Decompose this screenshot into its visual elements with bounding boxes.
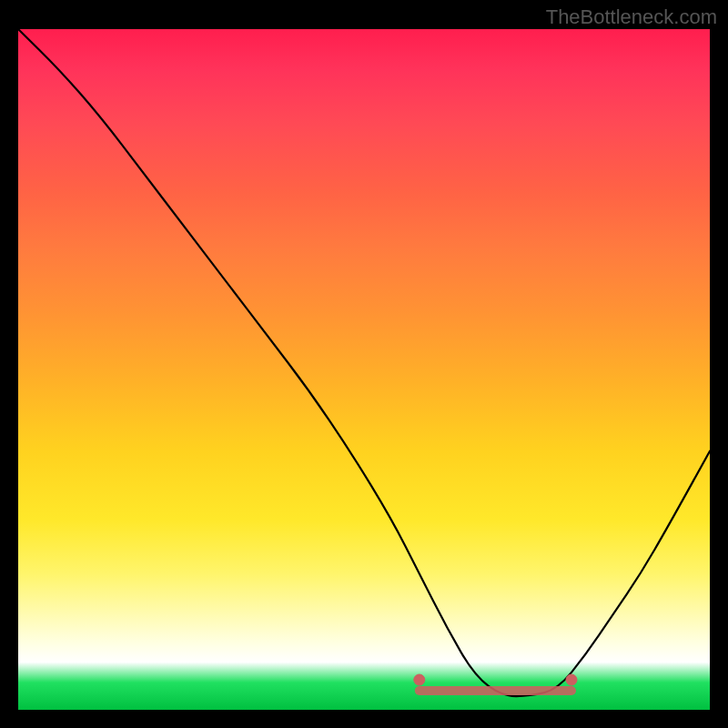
bottleneck-curve (18, 29, 710, 696)
optimal-start-dot (414, 674, 425, 685)
curve-svg (18, 29, 710, 710)
chart-area (18, 29, 710, 710)
optimal-end-dot (566, 674, 577, 685)
watermark-text: TheBottleneck.com (546, 5, 717, 29)
